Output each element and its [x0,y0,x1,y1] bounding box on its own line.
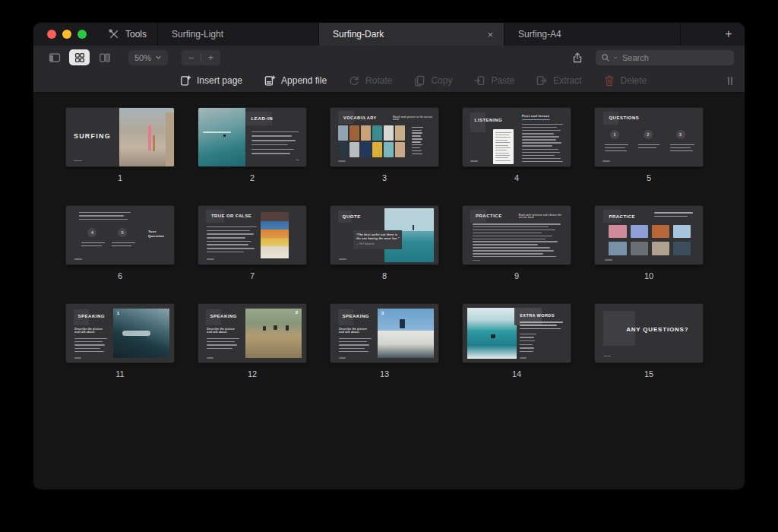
delete-icon [603,74,615,87]
extract-icon [536,74,548,87]
slide-text: TRUE OR FALSE [211,214,251,220]
slide-graphic [153,135,154,151]
titlebar: Tools Surfing-LightSurfing-Dark×Surfing-… [33,23,745,46]
page-thumbnail[interactable]: ANY QUESTIONS? [595,304,703,363]
page-thumbnail[interactable]: VOCABULARYMatch each picture to the corr… [330,108,438,166]
share-button[interactable] [564,52,591,64]
sidebar-toggle-button[interactable] [44,49,65,65]
slide-text-lines [520,357,527,359]
slide-text-lines [605,259,612,261]
zoom-window-button[interactable] [77,30,87,39]
slide-text-lines [605,144,628,151]
tools-menu[interactable]: Tools [97,23,157,46]
desktop-background: Tools Surfing-LightSurfing-Dark×Surfing-… [0,0,778,532]
slide-text: SPEAKING [343,314,369,320]
rotate-icon [348,74,360,87]
copy-icon [413,74,425,87]
zoom-level-dropdown[interactable]: 50% [128,50,168,65]
append-file-icon [264,74,276,87]
slide-text-lines [520,334,536,353]
slide-text: ANY QUESTIONS? [626,326,688,334]
tab-surfing-light[interactable]: Surfing-Light [157,23,318,46]
tab-surfing-a4[interactable]: Surfing-A4 [504,23,680,46]
zoom-out-button[interactable]: − [182,52,201,63]
page-cell: LEAD-IN2 [198,108,306,182]
page-cell: QUESTIONS1235 [595,108,703,182]
zoom-in-button[interactable]: + [201,52,220,63]
page-thumbnail[interactable]: QUESTIONS123 [595,108,703,166]
slide-text: QUOTE [343,214,361,220]
search-input[interactable] [621,52,729,63]
tab-label: Surfing-A4 [518,29,561,40]
page-number: 3 [382,173,387,182]
page-thumbnail[interactable]: PRACTICERead each sentence and choose th… [463,206,571,264]
slide-text-lines [473,260,480,261]
slide-text: Describe the picture and talk about: [74,328,103,334]
page-number: 14 [512,369,521,378]
action-label: Append file [281,75,327,86]
page-cell: EXTRA WORDS14 [463,304,571,378]
slide-graphic [491,334,495,338]
page-thumbnail[interactable]: SPEAKINGDescribe the picture and talk ab… [198,304,306,363]
action-label: Rotate [365,75,392,86]
page-number: 12 [248,369,257,378]
append-file-button[interactable]: Append file [264,74,327,87]
slide-number-circle: 5 [118,228,127,237]
page-cell: SPEAKINGDescribe the picture and talk ab… [330,304,438,378]
page-thumbnail[interactable]: TRUE OR FALSE [198,206,306,264]
search-scope-chevron-icon [613,55,618,60]
page-thumbnail[interactable]: LEAD-IN [198,108,306,166]
new-tab-button[interactable]: + [713,23,745,46]
slide-text: EXTRA WORDS [520,313,554,318]
slide-number-circle: 1 [610,130,619,139]
view-toolbar: 50% − + [33,46,745,69]
slide-text-lines [670,144,694,151]
page-thumbnail[interactable]: LISTENINGFirst surf lesson [463,108,571,166]
page-cell: PRACTICE10 [595,206,703,280]
slide-text-lines [470,160,478,162]
slide-text-lines [520,321,563,329]
slide-text: “The best surfer out there is the one ha… [356,233,400,240]
slide-text: LEAD-IN [251,116,274,122]
slide-graphic [198,108,245,166]
minimize-window-button[interactable] [62,30,71,39]
slide-text: 2 [296,310,299,316]
page-thumbnail[interactable]: EXTRA WORDS [463,304,571,363]
page-thumbnail[interactable]: SPEAKINGDescribe the picture and talk ab… [66,304,174,363]
traffic-lights [33,23,97,46]
page-number: 9 [514,271,519,280]
search-field[interactable] [596,50,734,65]
toolbar-scroll-handle[interactable] [728,77,735,85]
page-cell: 45Your Question6 [66,206,174,280]
page-thumbnail[interactable]: SPEAKINGDescribe the picture and talk ab… [330,304,438,363]
close-window-button[interactable] [47,30,56,39]
page-number: 8 [382,271,387,280]
insert-page-button[interactable]: Insert page [179,74,242,87]
slide-text-lines [473,223,561,257]
action-label: Delete [621,75,647,86]
page-view-button[interactable] [94,49,115,65]
grid-view-icon [74,52,86,64]
slide-graphic [467,308,517,359]
slide-text-lines [74,160,82,162]
paste-button: Paste [473,74,514,87]
slide-graphic [400,319,405,328]
page-cell: TRUE OR FALSE7 [198,206,306,280]
slide-text-lines [207,357,213,359]
tab-surfing-dark[interactable]: Surfing-Dark× [318,23,504,46]
page-cell: PRACTICERead each sentence and choose th… [463,206,571,280]
grid-view-button[interactable] [69,49,90,65]
page-thumbnail[interactable]: 45Your Question [66,206,174,264]
slide-text-lines [339,338,372,353]
rotate-button: Rotate [348,74,392,87]
slide-text-lines [81,242,105,246]
slide-text-lines [638,144,659,148]
slide-text-lines [522,124,563,163]
slide-text: — Phil Edwards [356,243,375,246]
page-thumbnail[interactable]: QUOTE“The best surfer out there is the o… [330,206,438,264]
page-thumbnail[interactable]: PRACTICE [595,206,703,264]
page-thumbnail[interactable]: SURFING [66,108,174,166]
action-label: Copy [431,75,452,86]
tab-close-button[interactable]: × [485,30,495,40]
slide-number-circle: 3 [676,130,685,139]
